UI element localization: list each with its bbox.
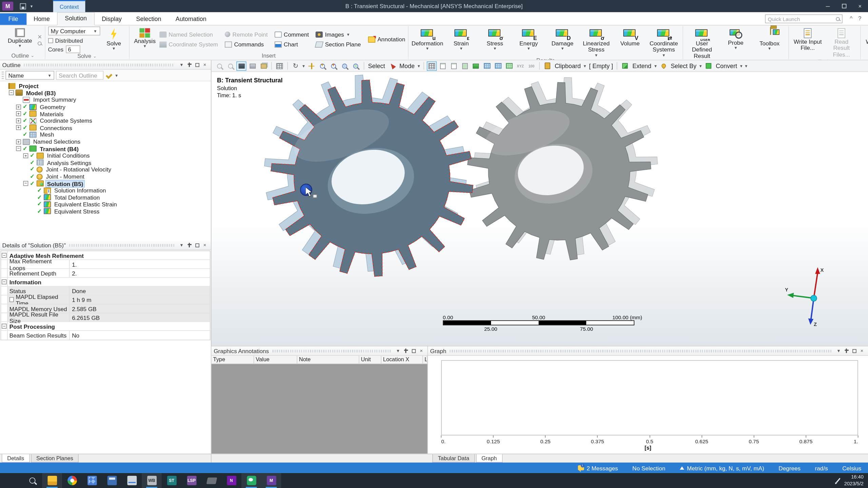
tab-automation[interactable]: Automation <box>169 13 214 25</box>
insert-named-selection-button[interactable]: Named Selection <box>159 31 218 38</box>
dialog-launcher-icon[interactable]: ⌄ <box>31 53 34 58</box>
select-node-icon[interactable] <box>482 61 492 70</box>
annotation-button[interactable]: Annotation <box>368 36 405 43</box>
tab-graph[interactable]: Graph <box>476 454 502 462</box>
tree-item-transient-b4[interactable]: −✓Transient (B4) <box>0 145 211 152</box>
zoom-in-icon[interactable] <box>318 61 328 70</box>
zoom-out-icon[interactable] <box>329 61 339 70</box>
tree-item-solution-b5[interactable]: −✓Solution (B5) <box>0 180 211 187</box>
graph-plot-area[interactable] <box>441 360 858 435</box>
taskbar-gray-app-icon[interactable] <box>201 473 221 488</box>
tab-tabular-data[interactable]: Tabular Data <box>432 454 475 462</box>
delete-icon[interactable]: × <box>38 34 42 40</box>
tree-item-coordinate-systems[interactable]: +✓Coordinate Systems <box>0 117 211 124</box>
tree-expand-icon[interactable]: − <box>9 90 14 96</box>
select-label[interactable]: Select <box>368 62 385 69</box>
panel-pin-icon[interactable] <box>402 348 410 353</box>
tree-expand-icon[interactable]: − <box>16 146 21 151</box>
tree-item-equivalent-elastic-strain[interactable]: ✓Equivalent Elastic Strain <box>0 201 211 208</box>
tab-selection[interactable]: Selection <box>129 13 168 25</box>
solve-button[interactable]: Solve ▼ <box>102 26 126 53</box>
panel-close-icon[interactable]: × <box>858 348 866 353</box>
insert-comment-button[interactable]: Comment <box>274 31 309 38</box>
collapse-section-icon[interactable]: − <box>2 279 7 284</box>
probe-button[interactable]: Probe▼ <box>720 26 752 60</box>
taskbar-system-monitor-icon[interactable] <box>122 473 142 488</box>
tab-file[interactable]: File <box>0 13 26 25</box>
tree-expand-icon[interactable]: + <box>16 104 21 109</box>
snap-to-xyz-icon[interactable]: XYZ <box>515 61 525 70</box>
column-header-type[interactable]: Type <box>212 356 254 364</box>
tree-expand-icon[interactable]: + <box>16 111 21 116</box>
taskbar-mechanical-icon[interactable]: M <box>261 473 281 488</box>
panel-maximize-icon[interactable] <box>193 62 201 67</box>
worksheet-view-button[interactable]: Worksheet <box>864 26 868 52</box>
convert-label[interactable]: Convert <box>716 62 737 69</box>
taskbar-wechat-icon[interactable] <box>241 473 261 488</box>
search-outline-input[interactable]: Search Outline <box>56 71 103 80</box>
select-by-label[interactable]: Select By <box>671 62 696 69</box>
column-header-note[interactable]: Note <box>297 356 359 364</box>
panel-close-icon[interactable]: × <box>417 348 425 353</box>
messages-status[interactable]: i2 Messages <box>578 465 618 471</box>
panel-close-icon[interactable]: × <box>201 62 209 67</box>
distributed-checkbox[interactable]: Distributed <box>48 37 100 44</box>
tree-expand-icon[interactable]: + <box>16 139 21 144</box>
tree-item-geometry[interactable]: +✓Geometry <box>0 103 211 110</box>
angular-velocity-units-status[interactable]: rad/s <box>815 465 828 471</box>
result-strain-button[interactable]: εStrain▼ <box>445 26 477 57</box>
details-row-mapdl-elapsed-time[interactable]: MAPDL Elapsed Time1 h 9 m <box>1 296 210 304</box>
toolbox-button[interactable]: Toolbox▼ <box>753 26 786 60</box>
panel-menu-caret-icon[interactable]: ▾ <box>178 242 185 248</box>
details-row-beam-section-results[interactable]: Beam Section ResultsNo <box>1 331 210 340</box>
result-stress-button[interactable]: σStress▼ <box>479 26 511 57</box>
tree-item-analysis-settings[interactable]: ✓Analysis Settings <box>0 159 211 166</box>
dropdown-caret-icon[interactable]: ▼ <box>699 64 703 67</box>
panel-close-icon[interactable]: × <box>201 242 209 248</box>
selection-filters-icon[interactable] <box>427 61 437 70</box>
tree-item-equivalent-stress[interactable]: ✓Equivalent Stress <box>0 208 211 215</box>
quick-launch-input[interactable]: Quick Launch <box>765 14 843 23</box>
orientation-triad[interactable]: XYZ <box>785 264 836 329</box>
taskbar-photos-icon[interactable] <box>82 473 102 488</box>
tree-expand-icon[interactable]: + <box>16 118 21 123</box>
cores-input[interactable]: 6 <box>66 45 80 53</box>
dropdown-caret-icon[interactable]: ▼ <box>417 64 420 67</box>
insert-remote-point-button[interactable]: Remote Point <box>225 31 268 38</box>
insert-images-button[interactable]: Images▼ <box>316 31 361 38</box>
result-linearized-stress-button[interactable]: σLinearized Stress▼ <box>580 26 612 57</box>
clipboard-label[interactable]: Clipboard <box>555 62 581 69</box>
panel-pin-icon[interactable] <box>185 62 193 67</box>
row-checkbox[interactable] <box>9 297 14 302</box>
panel-maximize-icon[interactable] <box>410 348 417 353</box>
result-deformation-button[interactable]: uDeformation▼ <box>411 26 443 57</box>
minimize-button[interactable]: ─ <box>820 0 836 12</box>
mode-label[interactable]: Mode <box>399 62 415 69</box>
maximize-button[interactable] <box>836 0 852 12</box>
taskbar-file-explorer-icon[interactable] <box>42 473 62 488</box>
panel-menu-caret-icon[interactable]: ▾ <box>394 348 402 353</box>
expand-search-icon[interactable] <box>106 72 113 79</box>
insert-coordinate-system-button[interactable]: Coordinate System <box>159 41 218 48</box>
select-element-face-icon[interactable] <box>493 61 503 70</box>
user-defined-result-button[interactable]: USERUser Defined Result <box>686 26 718 60</box>
tree-item-initial-conditions[interactable]: +✓Initial Conditions <box>0 152 211 159</box>
find-icon[interactable] <box>38 41 42 45</box>
taskbar-lstc-icon[interactable]: ST <box>162 473 182 488</box>
tree-item-named-selections[interactable]: +Named Selections <box>0 138 211 145</box>
clipboard-icon[interactable] <box>542 61 552 70</box>
tree-item-total-deformation[interactable]: ✓Total Deformation <box>0 194 211 201</box>
panel-pin-icon[interactable] <box>185 242 193 248</box>
convert-icon[interactable] <box>704 61 713 70</box>
isometric-view-icon[interactable] <box>236 61 246 70</box>
duplicate-button[interactable]: Duplicate ▼ <box>4 26 36 52</box>
write-input-file-button[interactable]: Write Input File... <box>792 26 824 59</box>
tree-item-mesh[interactable]: ✓Mesh <box>0 131 211 138</box>
tab-display[interactable]: Display <box>95 13 129 25</box>
pen-tray-icon[interactable] <box>836 478 841 483</box>
view-undo-icon[interactable] <box>214 61 224 70</box>
select-by-icon[interactable] <box>658 61 668 70</box>
column-header-value[interactable]: Value <box>254 356 297 364</box>
details-section-information[interactable]: −Information <box>1 278 210 287</box>
solve-target-dropdown[interactable]: My Computer▼ <box>48 26 100 35</box>
